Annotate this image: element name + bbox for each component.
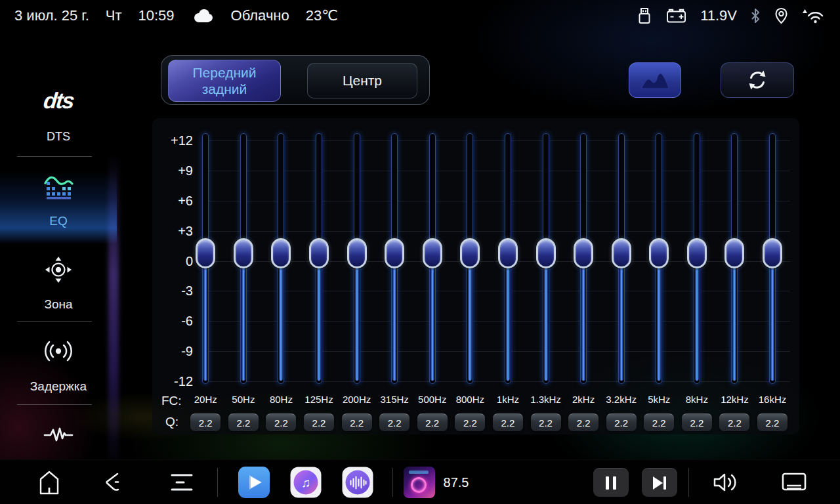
dts-logo: dts bbox=[0, 88, 118, 114]
eq-band-q-button[interactable]: 2.2 bbox=[644, 413, 674, 431]
weather-cloud-icon bbox=[191, 8, 215, 24]
eq-band-knob[interactable] bbox=[271, 238, 291, 268]
eq-band-fill bbox=[657, 266, 661, 381]
eq-band-q-button[interactable]: 2.2 bbox=[342, 413, 372, 431]
bottom-bar-divider bbox=[217, 468, 218, 497]
sidebar-divider bbox=[17, 156, 92, 157]
eq-band-q-button[interactable]: 2.2 bbox=[379, 413, 410, 431]
radio-thumb-detail bbox=[409, 471, 429, 474]
eq-curve-button[interactable] bbox=[629, 62, 681, 98]
eq-band-q-button[interactable]: 2.2 bbox=[493, 413, 523, 431]
eq-band-fill bbox=[695, 266, 699, 381]
eq-gridline bbox=[205, 140, 790, 141]
voice-app-icon[interactable] bbox=[343, 467, 373, 498]
eq-gridline bbox=[205, 321, 790, 322]
eq-gridline bbox=[205, 381, 790, 382]
eq-band-knob[interactable] bbox=[196, 238, 215, 268]
eq-band-q-button[interactable]: 2.2 bbox=[682, 413, 712, 431]
eq-band-q-button[interactable]: 2.2 bbox=[568, 413, 598, 431]
wifi-icon bbox=[802, 7, 826, 24]
radio-frequency-label: 87.5 bbox=[444, 475, 469, 490]
eq-band-fill bbox=[506, 266, 510, 381]
sidebar: dts DTS EQ Зона bbox=[0, 32, 117, 459]
zone-icon[interactable] bbox=[0, 255, 117, 285]
status-bar: 3 июл. 25 г. Чт 10:59 Облачно 23℃ 11.9V bbox=[0, 0, 840, 32]
eq-band-fill bbox=[392, 266, 396, 381]
music-app-icon[interactable]: ♫ bbox=[291, 467, 322, 498]
sidebar-item-eq[interactable]: EQ bbox=[0, 214, 117, 228]
eq-band-fill bbox=[770, 266, 774, 381]
eq-scale-label: +12 bbox=[155, 133, 193, 148]
eq-band-fill bbox=[317, 266, 321, 381]
back-button[interactable] bbox=[103, 472, 123, 493]
eq-band-knob[interactable] bbox=[234, 238, 253, 268]
eq-band-q-button[interactable]: 2.2 bbox=[719, 413, 749, 431]
delay-icon[interactable] bbox=[0, 339, 117, 364]
reset-icon bbox=[746, 68, 769, 92]
eq-scale-label: 0 bbox=[155, 253, 193, 269]
eq-band-q-button[interactable]: 2.2 bbox=[417, 413, 448, 431]
battery-voltage: 11.9V bbox=[700, 7, 737, 24]
eq-band-fill bbox=[355, 266, 359, 381]
menu-list-button[interactable] bbox=[171, 472, 193, 492]
radio-app-thumbnail[interactable] bbox=[404, 467, 435, 498]
eq-band-knob[interactable] bbox=[724, 238, 744, 268]
curve-icon bbox=[640, 70, 670, 90]
eq-band-knob[interactable] bbox=[536, 238, 556, 268]
status-temperature: 23℃ bbox=[306, 7, 338, 24]
eq-scale-label: +3 bbox=[155, 223, 193, 239]
eq-band-fill bbox=[242, 266, 245, 381]
screen-off-button[interactable] bbox=[780, 471, 808, 494]
eq-band-q-button[interactable]: 2.2 bbox=[228, 413, 259, 431]
eq-band-knob[interactable] bbox=[423, 238, 442, 268]
eq-scale-label: +6 bbox=[155, 193, 193, 209]
eq-reset-button[interactable] bbox=[721, 62, 794, 98]
eq-band-knob[interactable] bbox=[498, 238, 518, 268]
eq-band-q-button[interactable]: 2.2 bbox=[304, 413, 334, 431]
bottom-bar-divider bbox=[392, 468, 393, 497]
video-player-app-icon[interactable] bbox=[238, 467, 270, 498]
eq-band-fill bbox=[581, 266, 585, 381]
tab-front-rear[interactable]: Передний задний bbox=[168, 60, 281, 102]
eq-band-fill bbox=[203, 266, 207, 381]
eq-gridline bbox=[205, 171, 790, 171]
bluetooth-icon bbox=[751, 8, 761, 24]
home-button[interactable] bbox=[37, 470, 61, 495]
equalizer-icon[interactable] bbox=[0, 173, 117, 201]
status-condition: Облачно bbox=[231, 7, 289, 24]
eq-scale-label: -12 bbox=[155, 373, 193, 389]
tab-center[interactable]: Центр bbox=[307, 63, 417, 98]
eq-band-knob[interactable] bbox=[649, 238, 669, 268]
eq-band-q-button[interactable]: 2.2 bbox=[266, 413, 296, 431]
eq-band-q-button[interactable]: 2.2 bbox=[606, 413, 637, 431]
volume-button[interactable] bbox=[711, 471, 739, 494]
eq-band-frequency: 16kHz bbox=[747, 394, 797, 405]
fc-caption: FC: bbox=[161, 394, 182, 408]
eq-band-knob[interactable] bbox=[574, 238, 593, 268]
eq-band-q-button[interactable]: 2.2 bbox=[455, 413, 485, 431]
eq-scale-label: -9 bbox=[155, 343, 193, 359]
eq-gridline bbox=[205, 351, 790, 352]
q-caption: Q: bbox=[165, 415, 178, 429]
eq-band-q-button[interactable]: 2.2 bbox=[757, 413, 788, 431]
frequency-icon[interactable] bbox=[0, 425, 117, 445]
eq-band-fill bbox=[620, 266, 623, 381]
eq-band-q-button[interactable]: 2.2 bbox=[531, 413, 561, 431]
eq-band-knob[interactable] bbox=[687, 238, 707, 268]
eq-scale-label: +9 bbox=[155, 163, 193, 178]
eq-band-knob[interactable] bbox=[763, 238, 782, 268]
sidebar-item-dts[interactable]: DTS bbox=[0, 130, 117, 144]
eq-band-q-button[interactable]: 2.2 bbox=[190, 413, 220, 431]
eq-scale-label: -6 bbox=[155, 313, 193, 329]
bottom-bar-divider bbox=[688, 468, 689, 497]
eq-band-knob[interactable] bbox=[347, 238, 367, 268]
eq-band-knob[interactable] bbox=[612, 238, 631, 268]
pause-button[interactable] bbox=[593, 468, 629, 497]
status-day: Чт bbox=[106, 7, 122, 24]
eq-band-knob[interactable] bbox=[385, 238, 404, 268]
next-track-button[interactable] bbox=[642, 468, 677, 497]
eq-band-knob[interactable] bbox=[309, 238, 329, 268]
sidebar-item-zone[interactable]: Зона bbox=[0, 297, 117, 312]
sidebar-item-delay[interactable]: Задержка bbox=[0, 379, 117, 394]
eq-band-knob[interactable] bbox=[460, 238, 480, 268]
